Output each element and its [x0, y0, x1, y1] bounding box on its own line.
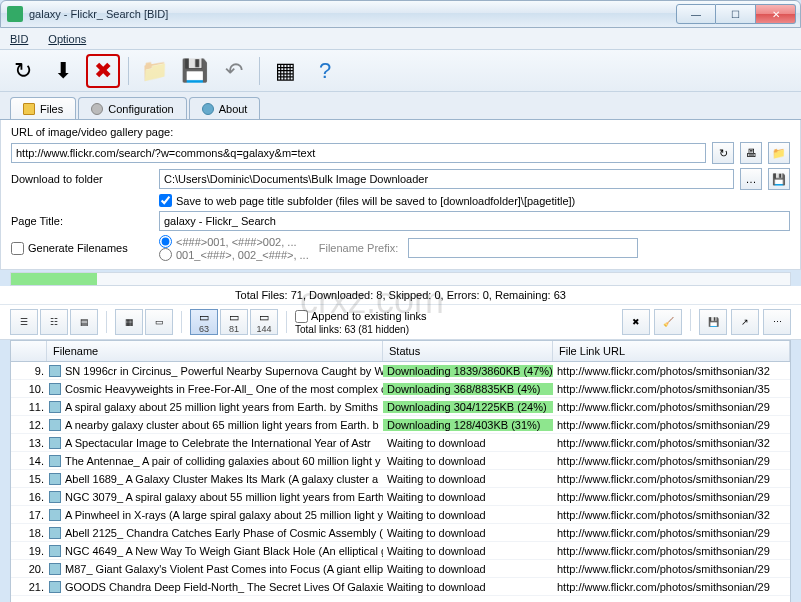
cell-filename: A Spectacular Image to Celebrate the Int… — [63, 437, 383, 449]
tab-files[interactable]: Files — [10, 97, 76, 119]
filename-pattern-radio-2[interactable] — [159, 248, 172, 261]
generate-filenames-checkbox[interactable] — [11, 242, 24, 255]
save-subfolder-checkbox[interactable] — [159, 194, 172, 207]
folder-icon: 📁 — [772, 147, 786, 160]
view-details-button[interactable]: ☷ — [40, 309, 68, 335]
col-url[interactable]: File Link URL — [553, 341, 790, 361]
file-icon — [49, 401, 61, 413]
file-icon — [49, 437, 61, 449]
url-label: URL of image/video gallery page: — [11, 126, 173, 138]
table-row[interactable]: 18.Abell 2125_ Chandra Catches Early Pha… — [11, 524, 790, 542]
row-number: 11. — [11, 401, 47, 413]
col-filename[interactable]: Filename — [47, 341, 383, 361]
col-status[interactable]: Status — [383, 341, 553, 361]
size-81-button[interactable]: ▭81 — [220, 309, 248, 335]
view-list-button[interactable]: ☰ — [10, 309, 38, 335]
cell-url: http://www.flickr.com/photos/smithsonian… — [553, 491, 790, 503]
cell-url: http://www.flickr.com/photos/smithsonian… — [553, 545, 790, 557]
table-row[interactable]: 16.NGC 3079_ A spiral galaxy about 55 mi… — [11, 488, 790, 506]
file-icon — [49, 365, 61, 377]
menu-bid[interactable]: BID — [6, 31, 32, 47]
help-button[interactable]: ? — [308, 54, 342, 88]
download-folder-input[interactable] — [159, 169, 734, 189]
table-row[interactable]: 21.GOODS Chandra Deep Field-North_ The S… — [11, 578, 790, 596]
cell-status: Waiting to download — [383, 563, 553, 575]
row-number: 16. — [11, 491, 47, 503]
page-title-input[interactable] — [159, 211, 790, 231]
filter-images-button[interactable]: ▦ — [115, 309, 143, 335]
cell-url: http://www.flickr.com/photos/smithsonian… — [553, 419, 790, 431]
table-row[interactable]: 20.M87_ Giant Galaxy's Violent Past Come… — [11, 560, 790, 578]
thumbnails-button[interactable]: ▦ — [268, 54, 302, 88]
menubar: BID Options — [0, 28, 801, 50]
tab-label: Configuration — [108, 103, 173, 115]
url-input[interactable] — [11, 143, 706, 163]
save-path-button[interactable]: 💾 — [768, 168, 790, 190]
size-144-button[interactable]: ▭144 — [250, 309, 278, 335]
cell-status: Waiting to download — [383, 455, 553, 467]
table-row[interactable]: 14.The Antennae_ A pair of colliding gal… — [11, 452, 790, 470]
save-icon: 💾 — [181, 60, 208, 82]
cell-status: Waiting to download — [383, 473, 553, 485]
tab-about[interactable]: About — [189, 97, 261, 119]
menu-options[interactable]: Options — [44, 31, 90, 47]
cell-status: Downloading 368/8835KB (4%) — [383, 383, 553, 395]
cell-filename: Abell 1689_ A Galaxy Cluster Makes Its M… — [63, 473, 383, 485]
export-button[interactable]: 💾 — [699, 309, 727, 335]
folder-icon — [23, 103, 35, 115]
filename-pattern-radio-1[interactable] — [159, 235, 172, 248]
close-button[interactable]: ✕ — [756, 4, 796, 24]
cell-url: http://www.flickr.com/photos/smithsonian… — [553, 455, 790, 467]
main-toolbar: ↻ ⬇ ✖ 📁 💾 ↶ ▦ ? — [0, 50, 801, 92]
download-button[interactable]: ⬇ — [46, 54, 80, 88]
cell-filename: NGC 4649_ A New Way To Weigh Giant Black… — [63, 545, 383, 557]
file-icon — [49, 545, 61, 557]
table-header: Filename Status File Link URL — [11, 341, 790, 362]
clean-button[interactable]: 🧹 — [654, 309, 682, 335]
table-row[interactable]: 10.Cosmic Heavyweights in Free-For-All_ … — [11, 380, 790, 398]
minimize-button[interactable]: — — [676, 4, 716, 24]
table-row[interactable]: 12.A nearby galaxy cluster about 65 mill… — [11, 416, 790, 434]
table-row[interactable]: 9.SN 1996cr in Circinus_ Powerful Nearby… — [11, 362, 790, 380]
tab-label: Files — [40, 103, 63, 115]
printer-icon: 🖶 — [746, 147, 757, 159]
cancel-button[interactable]: ✖ — [86, 54, 120, 88]
open-folder-button[interactable]: 📁 — [137, 54, 171, 88]
cell-url: http://www.flickr.com/photos/smithsonian… — [553, 473, 790, 485]
view-thumbs-button[interactable]: ▤ — [70, 309, 98, 335]
browse-button[interactable]: … — [740, 168, 762, 190]
table-row[interactable]: 19.NGC 4649_ A New Way To Weigh Giant Bl… — [11, 542, 790, 560]
table-row[interactable]: 15.Abell 1689_ A Galaxy Cluster Makes It… — [11, 470, 790, 488]
progress-bar — [10, 272, 791, 286]
view-toolbar: ☰ ☷ ▤ ▦ ▭ ▭63 ▭81 ▭144 Append to existin… — [0, 304, 801, 340]
separator — [259, 57, 260, 85]
refresh-icon: ↻ — [719, 147, 728, 160]
tab-configuration[interactable]: Configuration — [78, 97, 186, 119]
folder-button[interactable]: 📁 — [768, 142, 790, 164]
cell-filename: Abell 2125_ Chandra Catches Early Phase … — [63, 527, 383, 539]
table-row[interactable]: 17.A Pinwheel in X-rays (A large spiral … — [11, 506, 790, 524]
app-icon — [7, 6, 23, 22]
cell-url: http://www.flickr.com/photos/smithsonian… — [553, 509, 790, 521]
file-icon — [49, 563, 61, 575]
undo-icon: ↶ — [225, 60, 243, 82]
delete-button[interactable]: ✖ — [622, 309, 650, 335]
filename-prefix-input[interactable] — [408, 238, 638, 258]
size-63-button[interactable]: ▭63 — [190, 309, 218, 335]
print-button[interactable]: 🖶 — [740, 142, 762, 164]
file-icon — [49, 473, 61, 485]
maximize-button[interactable]: ☐ — [716, 4, 756, 24]
settings-button[interactable]: ⋯ — [763, 309, 791, 335]
grid-icon: ▦ — [275, 60, 296, 82]
undo-button[interactable]: ↶ — [217, 54, 251, 88]
filter-videos-button[interactable]: ▭ — [145, 309, 173, 335]
table-row[interactable]: 13.A Spectacular Image to Celebrate the … — [11, 434, 790, 452]
table-row[interactable]: 11.A spiral galaxy about 25 million ligh… — [11, 398, 790, 416]
folder-icon: 📁 — [141, 60, 168, 82]
cell-status: Waiting to download — [383, 491, 553, 503]
output-button[interactable]: ↗ — [731, 309, 759, 335]
save-button[interactable]: 💾 — [177, 54, 211, 88]
url-refresh-button[interactable]: ↻ — [712, 142, 734, 164]
append-links-checkbox[interactable] — [295, 310, 308, 323]
refresh-button[interactable]: ↻ — [6, 54, 40, 88]
